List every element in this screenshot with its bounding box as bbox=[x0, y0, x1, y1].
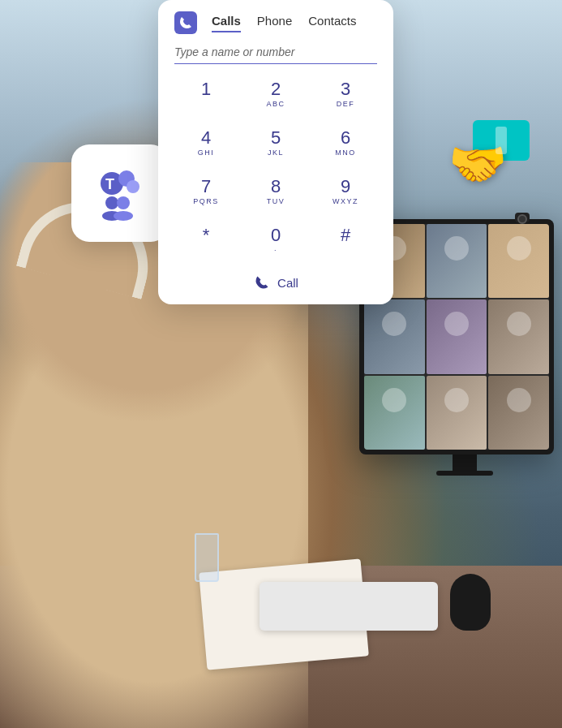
dial-letters-0: · bbox=[274, 246, 277, 256]
dialpad-header: Calls Phone Contacts bbox=[158, 0, 393, 34]
dial-letters-4: GHI bbox=[198, 149, 215, 158]
tab-phone[interactable]: Phone bbox=[257, 14, 292, 32]
dial-number-hash: # bbox=[341, 226, 350, 244]
dial-letters-3: DEF bbox=[337, 100, 355, 110]
dial-key-9[interactable]: 9 WXYZ bbox=[311, 168, 380, 217]
dial-key-2[interactable]: 2 ABC bbox=[241, 71, 311, 119]
keyboard bbox=[260, 582, 438, 631]
svg-point-3 bbox=[127, 180, 139, 193]
dial-key-0[interactable]: 0 · bbox=[241, 217, 311, 265]
dial-key-7[interactable]: 7 PQRS bbox=[171, 168, 241, 217]
tab-calls[interactable]: Calls bbox=[212, 14, 241, 32]
video-tile-6 bbox=[488, 299, 549, 373]
dialpad-grid: 1 2 ABC 3 DEF 4 GHI 5 JKL 6 MNO 7 PQRS bbox=[171, 71, 380, 265]
dialpad-card: Calls Phone Contacts Type a name or numb… bbox=[158, 0, 393, 304]
dial-number-9: 9 bbox=[341, 178, 350, 196]
dial-letters-9: WXYZ bbox=[332, 197, 358, 207]
dial-number-1: 1 bbox=[201, 80, 211, 98]
dial-number-4: 4 bbox=[201, 129, 211, 147]
dial-number-3: 3 bbox=[341, 80, 350, 98]
dialpad-tabs: Calls Phone Contacts bbox=[212, 14, 356, 32]
dialpad-input-area[interactable]: Type a name or number bbox=[174, 45, 377, 64]
svg-text:T: T bbox=[105, 176, 114, 192]
dial-number-0: 0 bbox=[271, 226, 281, 244]
dial-number-2: 2 bbox=[271, 80, 281, 98]
dialpad-input[interactable]: Type a name or number bbox=[174, 45, 377, 58]
dial-number-5: 5 bbox=[271, 129, 281, 147]
dial-letters-5: JKL bbox=[268, 149, 284, 158]
dial-letters-6: MNO bbox=[335, 149, 356, 158]
video-tile-5 bbox=[427, 299, 487, 373]
dial-key-3[interactable]: 3 DEF bbox=[311, 71, 380, 119]
tab-contacts[interactable]: Contacts bbox=[308, 14, 356, 32]
monitor-stand bbox=[453, 454, 477, 471]
webcam bbox=[515, 213, 530, 222]
dial-key-1[interactable]: 1 bbox=[171, 71, 241, 119]
dial-number-8: 8 bbox=[271, 178, 281, 196]
dial-letters-8: TUV bbox=[267, 197, 285, 207]
dial-number-6: 6 bbox=[341, 129, 350, 147]
dial-number-star: * bbox=[203, 226, 210, 244]
phone-icon bbox=[174, 11, 197, 34]
video-tile-4 bbox=[364, 299, 425, 373]
call-button[interactable]: Call bbox=[253, 274, 298, 291]
mouse bbox=[450, 574, 491, 631]
emoji-card: 🤝 bbox=[448, 120, 554, 185]
call-phone-icon bbox=[253, 274, 271, 291]
dial-key-5[interactable]: 5 JKL bbox=[241, 119, 311, 168]
dial-key-4[interactable]: 4 GHI bbox=[171, 119, 241, 168]
dial-key-star[interactable]: * bbox=[171, 217, 241, 265]
video-tile-9 bbox=[488, 376, 549, 450]
video-tile-7 bbox=[364, 376, 425, 450]
dial-letters-7: PQRS bbox=[193, 197, 219, 207]
dial-key-hash[interactable]: # bbox=[311, 217, 380, 265]
video-tile-3 bbox=[488, 224, 549, 298]
dial-key-6[interactable]: 6 MNO bbox=[311, 119, 380, 168]
call-button-row: Call bbox=[158, 274, 393, 291]
teams-logo-icon: T bbox=[88, 161, 152, 226]
monitor-base bbox=[436, 471, 493, 476]
teams-logo-card: T bbox=[71, 144, 169, 242]
video-tile-2 bbox=[427, 224, 487, 298]
dial-key-8[interactable]: 8 TUV bbox=[241, 168, 311, 217]
svg-point-5 bbox=[105, 196, 118, 209]
dial-letters-2: ABC bbox=[266, 100, 285, 110]
video-tile-8 bbox=[427, 376, 487, 450]
call-label: Call bbox=[277, 276, 298, 290]
dial-number-7: 7 bbox=[201, 178, 211, 196]
svg-point-6 bbox=[117, 196, 130, 209]
water-glass bbox=[195, 533, 219, 582]
svg-point-8 bbox=[114, 211, 133, 221]
